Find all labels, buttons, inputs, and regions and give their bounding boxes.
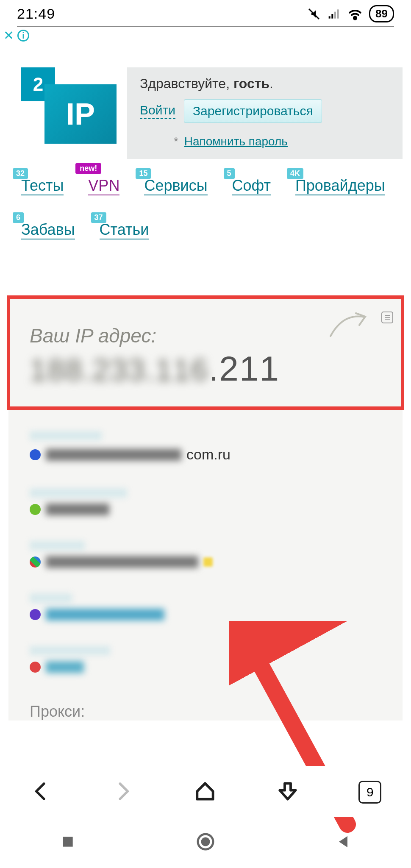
svg-rect-2 [334,11,336,18]
ad-dismiss-row: ✕ i [0,27,411,42]
auth-row: Войти Зарегистрироваться [140,99,390,123]
greeting-text: Здравствуйте, гость. [140,76,390,92]
greeting-guest: гость [233,76,269,91]
blurred-text [46,609,164,620]
signal-icon [328,7,341,21]
login-link[interactable]: Войти [140,103,175,119]
detail-row: com.ru [30,431,381,463]
nav-item-soft[interactable]: 5 Софт [232,172,271,195]
browser-download-button[interactable] [276,779,300,805]
remind-row: * Напомнить пароль [174,135,390,148]
detail-row [30,488,381,515]
bullet-icon [30,609,41,620]
battery-icon: 89 [369,5,394,22]
status-bar: 21:49 89 [0,0,411,26]
detail-line [30,504,381,515]
nav-label: Софт [232,172,271,195]
detail-row [30,646,381,673]
detail-row [30,541,381,568]
nav-item-services[interactable]: 15 Сервисы [144,172,207,195]
nav-item-vpn[interactable]: new! VPN [88,172,119,195]
detail-title-blurred [30,593,72,603]
browser-back-button[interactable] [30,780,53,804]
nav-label: Провайдеры [295,172,385,195]
bullet-icon [30,662,41,673]
greeting-panel: Здравствуйте, гость. Войти Зарегистриров… [127,67,403,159]
detail-line [30,556,381,568]
detail-title-blurred [30,431,102,440]
ad-info-icon[interactable]: i [17,30,29,42]
bullet-icon [30,449,41,460]
ip-visible-part: .211 [208,349,280,389]
browser-forward-button[interactable] [111,780,134,804]
svg-rect-6 [63,837,73,846]
detail-line [30,661,381,673]
nav-badge: 4K [287,168,303,179]
flag-icon [203,557,213,567]
detail-title-blurred [30,488,127,498]
detail-line [30,609,381,620]
ip-details: com.ru [8,406,403,703]
blurred-text [46,504,109,515]
back-button[interactable] [335,833,352,852]
ip-top: ☰ Ваш IP адрес: 188.233.116 .211 [8,299,403,406]
status-time: 21:49 [17,6,55,22]
bullet-icon [30,556,41,568]
register-button[interactable]: Зарегистрироваться [184,99,322,123]
proxy-label: Прокси: [8,703,403,721]
nav-label: Забавы [21,216,75,239]
blurred-text [46,556,198,568]
ip-card: ☰ Ваш IP адрес: 188.233.116 .211 com.ru [8,299,403,721]
svg-point-8 [202,838,209,845]
close-ad-icon[interactable]: ✕ [3,29,14,42]
page-header: 2 IP Здравствуйте, гость. Войти Зарегист… [0,42,411,159]
ip-blurred-part: 188.233.116 [30,353,208,387]
domain-suffix: com.ru [186,446,230,463]
bullet-icon [30,504,41,515]
blurred-text [46,661,84,673]
browser-toolbar: 9 [0,766,411,817]
svg-rect-1 [331,14,333,19]
detail-row [30,593,381,620]
nav-item-articles[interactable]: 37 Статьи [100,216,149,239]
share-icon[interactable] [326,311,369,342]
detail-title-blurred [30,646,110,655]
nav-label: VPN [88,172,119,195]
svg-rect-0 [329,16,330,18]
nav-badge: 32 [13,168,28,179]
wifi-icon [347,6,363,22]
greeting-hello: Здравствуйте, [140,76,233,91]
browser-tabs-button[interactable]: 9 [358,781,381,804]
home-button[interactable] [195,832,216,854]
remind-password-link[interactable]: Напомнить пароль [184,135,288,148]
greeting-period: . [269,76,273,91]
detail-title-blurred [30,541,85,550]
blurred-text [46,449,181,461]
nav-label: Сервисы [144,172,207,195]
status-icons: 89 [306,5,394,22]
nav-item-providers[interactable]: 4K Провайдеры [295,172,385,195]
nav-badge: 5 [224,168,235,179]
system-nav-bar [0,817,411,868]
mute-icon [306,6,322,22]
nav-item-tests[interactable]: 32 Тесты [21,172,64,195]
copy-icon[interactable]: ☰ [381,312,393,323]
recent-apps-button[interactable] [59,833,76,852]
nav-item-fun[interactable]: 6 Забавы [21,216,75,239]
nav-new-badge: new! [75,163,101,174]
main-nav: 32 Тесты new! VPN 15 Сервисы 5 Софт 4K П… [0,159,411,239]
logo-main-square: IP [44,84,117,144]
svg-point-4 [354,17,356,19]
ip-value: 188.233.116 .211 [30,349,381,389]
detail-line: com.ru [30,446,381,463]
site-logo[interactable]: 2 IP [21,67,119,144]
nav-badge: 6 [13,212,24,223]
nav-badge: 15 [136,168,151,179]
nav-label: Статьи [100,216,149,239]
nav-badge: 37 [91,212,106,223]
svg-rect-3 [337,9,339,18]
browser-home-button[interactable] [193,779,217,805]
asterisk: * [174,135,178,148]
